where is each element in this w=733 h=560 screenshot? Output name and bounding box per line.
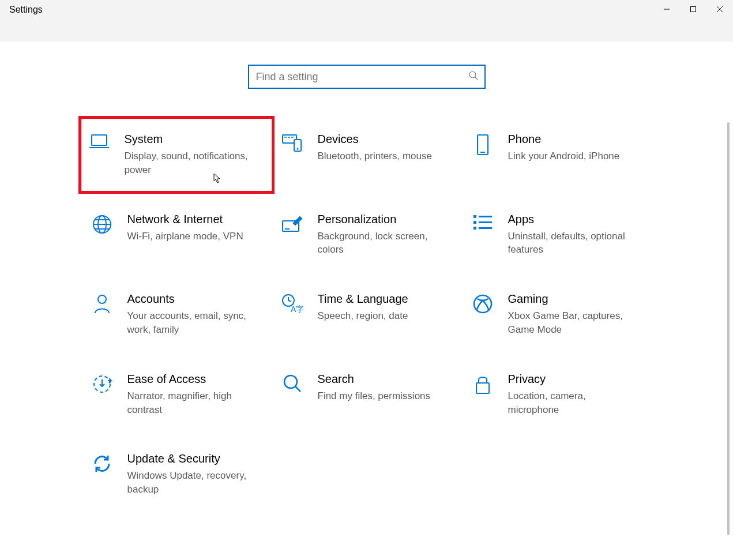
tile-title: Time & Language	[318, 292, 441, 306]
tile-desc: Display, sound, notifications, power	[125, 149, 254, 177]
lock-icon	[471, 374, 494, 396]
ease-icon	[91, 374, 114, 394]
tile-desc: Find my files, permissions	[318, 389, 441, 403]
tile-system[interactable]: System Display, sound, notifications, po…	[78, 116, 275, 194]
tile-text: Accounts Your accounts, email, sync, wor…	[127, 292, 262, 337]
tile-update[interactable]: Update & Security Windows Update, recove…	[81, 452, 272, 497]
tile-title: Privacy	[508, 373, 631, 386]
scrollbar[interactable]	[724, 42, 733, 560]
tile-text: Update & Security Windows Update, recove…	[127, 452, 262, 497]
svg-rect-1	[691, 7, 696, 12]
tile-privacy[interactable]: Privacy Location, camera, microphone	[462, 373, 652, 417]
tile-title: Accounts	[127, 292, 251, 306]
phone-icon	[471, 134, 494, 156]
tile-text: Network & Internet Wi-Fi, airplane mode,…	[127, 213, 262, 243]
xbox-icon	[471, 294, 494, 314]
svg-point-34	[474, 295, 491, 313]
tile-desc: Your accounts, email, sync, work, family	[127, 309, 251, 337]
tile-desc: Background, lock screen, colors	[318, 230, 441, 257]
svg-point-13	[296, 148, 298, 150]
tile-apps[interactable]: Apps Uninstall, defaults, optional featu…	[462, 213, 652, 257]
tile-desc: Location, camera, microphone	[508, 389, 631, 417]
scrollbar-thumb[interactable]	[727, 122, 730, 535]
search-container	[248, 65, 486, 89]
svg-rect-14	[478, 135, 488, 155]
laptop-icon	[88, 134, 111, 150]
devices-icon	[281, 134, 304, 152]
svg-point-36	[284, 375, 297, 388]
tile-devices[interactable]: Devices Bluetooth, printers, mouse	[272, 133, 462, 177]
tile-text: Personalization Background, lock screen,…	[318, 213, 453, 257]
svg-rect-25	[473, 221, 476, 224]
tile-gaming[interactable]: Gaming Xbox Game Bar, captures, Game Mod…	[462, 292, 652, 337]
tile-phone[interactable]: Phone Link your Android, iPhone	[462, 133, 652, 177]
window-controls	[653, 0, 733, 18]
tile-text: Time & Language Speech, region, date	[318, 292, 453, 323]
person-icon	[91, 294, 114, 314]
tile-desc: Uninstall, defaults, optional features	[508, 230, 631, 257]
tile-title: Gaming	[508, 292, 631, 306]
tile-network[interactable]: Network & Internet Wi-Fi, airplane mode,…	[81, 213, 272, 257]
tile-text: Phone Link your Android, iPhone	[508, 133, 643, 163]
svg-line-5	[475, 77, 478, 80]
tile-title: Ease of Access	[127, 373, 251, 386]
tile-text: Gaming Xbox Game Bar, captures, Game Mod…	[508, 292, 643, 337]
tile-title: Update & Security	[127, 452, 251, 465]
svg-text:A字: A字	[291, 305, 303, 314]
svg-rect-38	[476, 383, 489, 393]
svg-rect-27	[473, 227, 476, 230]
maximize-button[interactable]	[680, 0, 706, 18]
list-icon	[471, 214, 494, 231]
tile-text: Apps Uninstall, defaults, optional featu…	[508, 213, 643, 257]
tile-title: Devices	[318, 133, 441, 146]
settings-grid: System Display, sound, notifications, po…	[81, 133, 652, 497]
tile-title: Personalization	[318, 213, 441, 226]
search-input[interactable]	[248, 65, 486, 89]
tile-accounts[interactable]: Accounts Your accounts, email, sync, wor…	[81, 292, 272, 337]
content-area: System Display, sound, notifications, po…	[0, 42, 733, 497]
svg-point-4	[469, 72, 476, 78]
tile-title: System	[125, 133, 254, 146]
minimize-button[interactable]	[653, 0, 680, 18]
tile-personalization[interactable]: Personalization Background, lock screen,…	[272, 213, 462, 257]
titlebar: Settings	[0, 0, 733, 42]
tile-desc: Link your Android, iPhone	[508, 149, 631, 163]
tile-search[interactable]: Search Find my files, permissions	[272, 373, 462, 417]
tile-text: Ease of Access Narrator, magnifier, high…	[127, 373, 262, 417]
tile-time[interactable]: A字 Time & Language Speech, region, date	[272, 292, 462, 337]
tile-desc: Narrator, magnifier, high contrast	[127, 389, 251, 417]
sync-icon	[91, 453, 114, 474]
svg-point-29	[98, 295, 106, 303]
tile-title: Search	[318, 373, 441, 386]
tile-title: Phone	[508, 133, 631, 146]
svg-rect-23	[473, 215, 476, 218]
tile-text: Search Find my files, permissions	[318, 373, 453, 403]
svg-line-37	[295, 386, 300, 392]
search-icon	[468, 70, 479, 83]
window-title: Settings	[0, 0, 52, 20]
magnify-icon	[281, 374, 304, 393]
tile-desc: Bluetooth, printers, mouse	[318, 149, 441, 163]
globe-icon	[91, 214, 114, 235]
paintbrush-icon	[281, 214, 304, 234]
tile-desc: Wi-Fi, airplane mode, VPN	[127, 230, 251, 243]
tile-title: Network & Internet	[127, 213, 251, 226]
clock-language-icon: A字	[281, 294, 304, 314]
tile-desc: Xbox Game Bar, captures, Game Mode	[508, 309, 631, 337]
close-button[interactable]	[706, 0, 733, 18]
svg-rect-6	[92, 135, 107, 145]
tile-desc: Speech, region, date	[318, 309, 441, 323]
tile-text: Devices Bluetooth, printers, mouse	[318, 133, 453, 163]
tile-title: Apps	[508, 213, 631, 226]
tile-ease[interactable]: Ease of Access Narrator, magnifier, high…	[81, 373, 272, 417]
tile-desc: Windows Update, recovery, backup	[127, 469, 251, 497]
tile-text: Privacy Location, camera, microphone	[508, 373, 643, 417]
svg-line-32	[288, 300, 291, 302]
tile-text: System Display, sound, notifications, po…	[125, 133, 265, 177]
